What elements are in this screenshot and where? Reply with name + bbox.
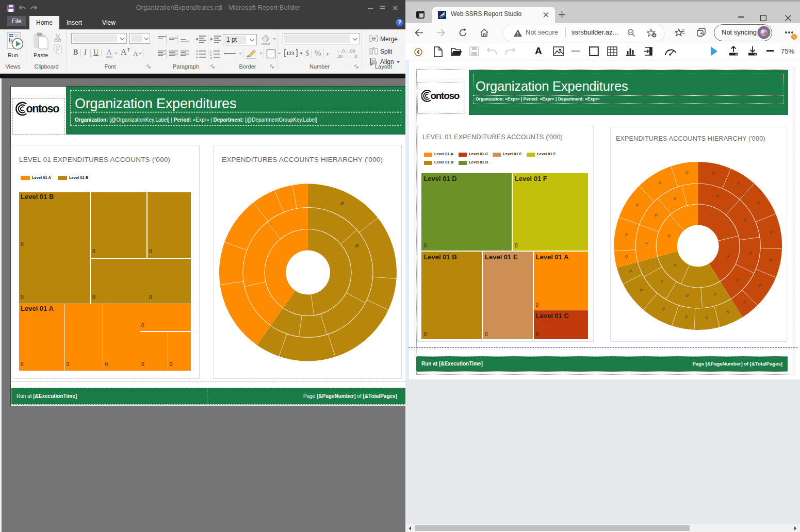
svg-text:123: 123	[286, 51, 294, 56]
svg-text:ontoso: ontoso	[26, 102, 60, 115]
svg-text:ontoso: ontoso	[430, 90, 460, 101]
svg-text:3: 3	[210, 56, 212, 59]
